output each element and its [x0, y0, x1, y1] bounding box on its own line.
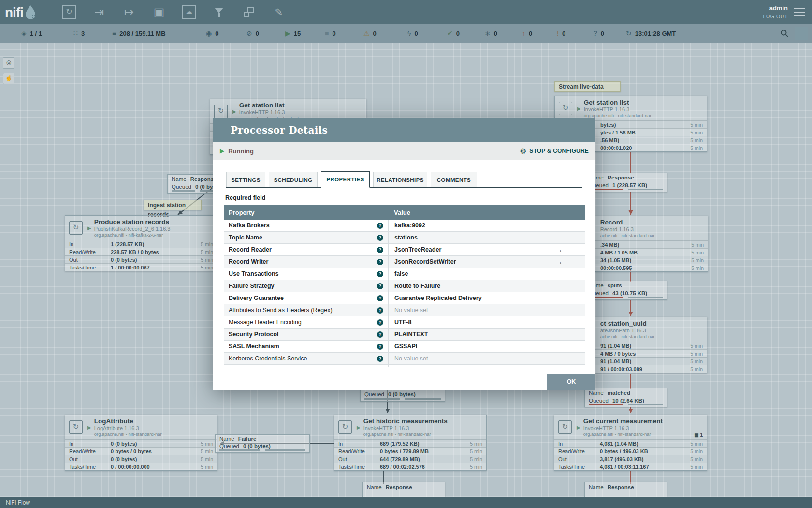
tab-relationships[interactable]: RELATIONSHIPS [373, 172, 427, 187]
connection-label[interactable]: Name matched Queued 10 (2.64 KB) [584, 388, 667, 407]
property-row: Topic Name ? stations → [224, 232, 585, 244]
processor-name: Get historic measurements [363, 418, 448, 425]
processor-stat-row: Tasks/Time 1 / 00:00:00.067 5 min [65, 263, 217, 271]
running-icon: ▶ [577, 425, 580, 430]
property-row: SASL Mechanism ? GSSAPI → [224, 341, 585, 353]
help-icon[interactable]: ? [377, 319, 383, 326]
queue-count-bar [589, 404, 624, 405]
help-icon[interactable]: ? [377, 356, 383, 362]
processor-icon: ↻ [69, 420, 83, 434]
dialog-status-row: ▶ Running ⚙ STOP & CONFIGURE [213, 142, 595, 160]
status-item-stopped: ■ 0 [325, 24, 336, 43]
processor[interactable]: ↻ ▶ LogAttribute LogAttribute 1.16.3 org… [65, 415, 218, 471]
tab-settings[interactable]: SETTINGS [226, 172, 265, 187]
current-user: admin [763, 3, 788, 13]
status-item-up-to-date: ✔ 0 [447, 24, 460, 43]
go-to-service-icon[interactable]: → [556, 258, 563, 266]
help-icon[interactable]: ? [377, 235, 383, 241]
label-icon[interactable]: ✎ [272, 4, 286, 20]
connection-label-row: Name matched [585, 388, 667, 396]
tab-properties[interactable]: PROPERTIES [321, 171, 370, 188]
property-value: No value set [394, 307, 428, 314]
go-to-service-icon[interactable]: → [556, 246, 563, 254]
input-port-icon[interactable]: ⇥ [92, 4, 106, 20]
nifi-drop-icon [24, 4, 37, 20]
queue-size-bar [405, 398, 441, 400]
connection-label[interactable]: Name Response Queued 1 (228.57 KB) [584, 173, 667, 192]
connection-arrowhead [178, 210, 183, 215]
logout-link[interactable]: LOG OUT [763, 13, 788, 21]
processor-bundle: org.apache.nifi - nifi-standard-nar [583, 432, 663, 437]
processor-stat-row: Tasks/Time 0 / 00:00:00.000 5 min [65, 463, 217, 470]
property-row: Record Writer ? JsonRecordSetWriter → [224, 256, 585, 268]
up-to-date-icon: ✔ [447, 30, 453, 37]
help-icon[interactable]: ? [377, 271, 383, 277]
transmitting-icon: ◉ [206, 30, 212, 37]
connection-label[interactable]: Name Failure Queued 0 (0 bytes) [215, 434, 310, 453]
property-value: JsonTreeReader [394, 246, 441, 253]
global-menu-icon[interactable] [794, 8, 805, 16]
birdseye-button[interactable] [795, 27, 808, 40]
queue-count-bar [219, 449, 260, 451]
queue-count-bar [172, 190, 195, 192]
output-port-icon[interactable]: ↦ [122, 4, 136, 20]
ok-button[interactable]: OK [547, 374, 595, 390]
property-name: Failure Strategy [229, 283, 274, 289]
help-icon[interactable]: ? [377, 295, 383, 301]
tab-scheduling[interactable]: SCHEDULING [269, 172, 318, 187]
running-icon: ▶ [232, 109, 236, 114]
canvas-label[interactable]: Stream live-data [554, 81, 621, 92]
help-icon[interactable]: ? [377, 247, 383, 253]
tab-comments[interactable]: COMMENTS [431, 172, 477, 187]
not-transmitting-icon: ⊘ [246, 30, 252, 37]
help-icon[interactable]: ? [377, 331, 383, 338]
help-icon[interactable]: ? [377, 344, 383, 350]
property-name: Attributes to Send as Headers (Regex) [229, 307, 333, 314]
property-row: Failure Strategy ? Route to Failure → [224, 280, 585, 292]
remote-process-group-icon[interactable]: ☁ [182, 4, 196, 20]
dialog-header: Processor Details [213, 118, 595, 142]
help-icon[interactable]: ? [377, 283, 383, 289]
navigate-icon[interactable]: ◎ [3, 57, 14, 69]
property-row: Kerberos Credentials Service ? No value … [224, 353, 585, 365]
status-bar: ◈ 1 / 1 ∷ 3 ≡ 208 / 159.11 MB ◉ 0 ⊘ 0 ▶ … [0, 24, 812, 43]
app-header: nifi ↻⇥↦▣☁✎ admin LOG OUT [0, 0, 812, 24]
processor-type: LogAttribute 1.16.3 [94, 425, 162, 432]
processor-icon[interactable]: ↻ [62, 4, 76, 20]
search-icon[interactable] [780, 29, 789, 38]
process-group-icon[interactable]: ▣ [152, 4, 166, 20]
processor-stat-row: Tasks/Time 689 / 00:02:02.576 5 min [334, 463, 486, 470]
processor-stat-row: In 4,081 (1.04 MB) 5 min [554, 439, 707, 447]
help-icon[interactable]: ? [377, 223, 383, 229]
property-value: Route to Failure [394, 283, 440, 289]
connection-label-row: Queued 10 (2.64 KB) [585, 396, 667, 404]
connection-label[interactable]: Name splits Queued 43 (10.75 KB) [584, 281, 667, 300]
processor-type: PublishKafkaRecord_2_6 1.16.3 [94, 226, 171, 232]
stop-and-configure-button[interactable]: ⚙ STOP & CONFIGURE [520, 147, 589, 156]
modified-stale-icon: ! [557, 30, 559, 37]
processor-bundle: org.apache.nifi - nifi-standard-nar [584, 113, 652, 119]
processor-stat-row: Read/Write 0 bytes / 496.03 KB 5 min [554, 447, 707, 455]
property-row: Kerberos Service Name ? No value set → [224, 365, 585, 367]
processor[interactable]: ↻ ▶ Produce station records PublishKafka… [65, 215, 218, 271]
property-name: SASL Mechanism [229, 343, 279, 350]
dialog-title: Processor Details [231, 124, 328, 136]
connection-label[interactable]: Queued 0 (0 bytes) [360, 389, 445, 402]
hand-icon[interactable]: ☝ [3, 73, 14, 84]
breadcrumb[interactable]: NiFi Flow [6, 499, 30, 506]
template-icon[interactable] [242, 4, 256, 20]
processor-name: ct station_uuid [600, 320, 655, 328]
property-name: Kerberos Credentials Service [229, 355, 307, 362]
processor[interactable]: ↻ ▶ Get current measurement InvokeHTTP 1… [554, 415, 707, 471]
help-icon[interactable]: ? [377, 259, 383, 265]
status-item-invalid: ⚠ 0 [363, 24, 377, 43]
property-row: Delivery Guarantee ? Guarantee Replicate… [224, 292, 585, 304]
canvas-label[interactable]: Ingest station records [144, 200, 202, 210]
funnel-icon[interactable] [212, 4, 226, 20]
help-icon[interactable]: ? [377, 307, 383, 314]
processor-stat-row: In 1 (228.57 KB) 5 min [65, 240, 217, 248]
breadcrumb-bar: NiFi Flow [0, 497, 812, 508]
processor-name: Get station list [239, 102, 307, 109]
connection-label-row: Name Response [363, 482, 445, 491]
processor[interactable]: ↻ ▶ Get historic measurements InvokeHTTP… [334, 415, 487, 471]
